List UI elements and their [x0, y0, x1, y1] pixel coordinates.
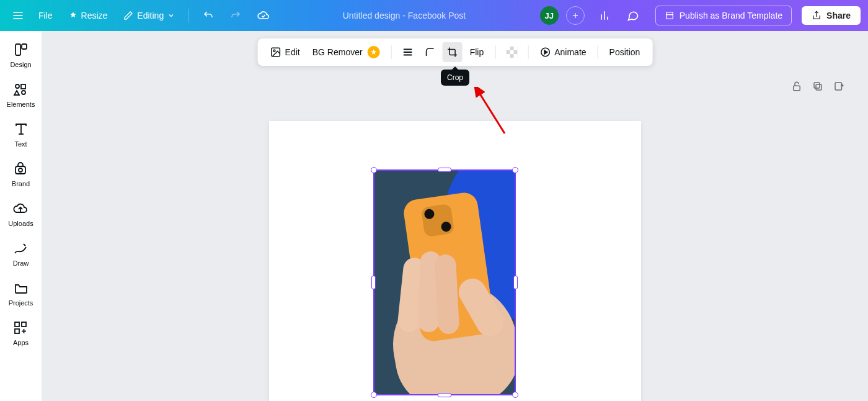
resize-handle-br[interactable]	[512, 392, 518, 398]
svg-rect-11	[16, 44, 20, 55]
resize-handle-tr[interactable]	[512, 167, 518, 173]
sidebar-item-brand[interactable]: Brand	[12, 161, 30, 187]
svg-rect-19	[16, 166, 25, 174]
line-style-button[interactable]	[398, 42, 418, 62]
user-avatar[interactable]: JJ	[540, 6, 559, 25]
sidebar-item-design[interactable]: Design	[10, 42, 31, 68]
template-icon	[665, 11, 675, 20]
svg-rect-24	[15, 329, 19, 333]
publish-label: Publish as Brand Template	[680, 11, 782, 20]
separator	[528, 45, 528, 59]
crop-button[interactable]	[443, 42, 463, 62]
projects-icon	[14, 281, 29, 295]
context-toolbar: Edit BG Remover Flip	[258, 38, 653, 66]
plus-icon	[571, 11, 580, 20]
image-edit-icon	[270, 47, 281, 58]
share-label: Share	[826, 11, 851, 20]
animate-button[interactable]: Animate	[534, 43, 591, 61]
resize-icon	[69, 11, 78, 20]
lock-icon	[791, 81, 802, 92]
corner-rounding-button[interactable]	[420, 42, 440, 62]
sidebar-item-apps[interactable]: Apps	[13, 320, 29, 346]
resize-handle-t[interactable]	[438, 168, 451, 172]
sidebar-label: Draw	[13, 259, 29, 267]
duplicate-page-button[interactable]	[811, 79, 825, 93]
svg-rect-37	[513, 54, 517, 58]
sidebar-label: Projects	[9, 299, 33, 307]
resize-menu[interactable]: Resize	[63, 7, 114, 24]
resize-handle-tl[interactable]	[371, 167, 377, 173]
edit-image-button[interactable]: Edit	[265, 43, 305, 61]
separator	[495, 45, 495, 59]
sidebar-item-draw[interactable]: Draw	[13, 241, 29, 267]
cloud-check-icon	[257, 9, 270, 22]
svg-point-28	[273, 50, 275, 52]
lock-button[interactable]	[790, 79, 804, 93]
resize-handle-b[interactable]	[438, 393, 451, 397]
file-menu[interactable]: File	[32, 7, 59, 24]
publish-button[interactable]: Publish as Brand Template	[655, 6, 792, 25]
sidebar-label: Uploads	[8, 220, 33, 227]
svg-rect-12	[22, 44, 27, 49]
svg-rect-34	[513, 47, 517, 50]
undo-button[interactable]	[197, 6, 220, 25]
divider	[188, 9, 189, 22]
edit-label: Edit	[285, 47, 300, 57]
chevron-down-icon	[167, 12, 175, 19]
editing-label: Editing	[137, 11, 164, 20]
separator	[598, 45, 598, 59]
insights-button[interactable]	[592, 6, 617, 25]
document-title[interactable]: Untitled design - Facebook Post	[343, 11, 466, 20]
svg-rect-35	[510, 50, 513, 54]
design-page[interactable]	[269, 121, 641, 401]
comment-icon	[627, 9, 639, 22]
position-label: Position	[609, 47, 640, 57]
svg-point-20	[19, 168, 22, 172]
svg-marker-39	[544, 50, 547, 54]
sidebar-item-projects[interactable]: Projects	[9, 281, 33, 307]
animate-icon	[539, 47, 551, 58]
share-icon	[812, 11, 822, 20]
draw-icon	[13, 241, 28, 256]
sidebar-label: Design	[10, 61, 31, 68]
sidebar-item-uploads[interactable]: Uploads	[8, 201, 33, 227]
lines-icon	[402, 47, 414, 58]
share-button[interactable]: Share	[802, 6, 861, 25]
resize-handle-r[interactable]	[513, 276, 518, 289]
text-icon	[14, 122, 29, 137]
flip-label: Flip	[470, 47, 484, 57]
undo-icon	[203, 10, 214, 21]
sidebar-item-text[interactable]: Text	[14, 122, 29, 148]
selected-image[interactable]	[373, 169, 516, 395]
image-content	[374, 171, 515, 394]
cloud-sync-button[interactable]	[251, 6, 276, 25]
canvas-wrapper	[269, 121, 641, 401]
top-bar: File Resize Editing Untitled design - Fa…	[0, 0, 868, 31]
svg-rect-41	[794, 86, 800, 91]
crop-icon	[447, 47, 458, 58]
redo-button[interactable]	[224, 6, 247, 25]
sidebar: Design Elements Text Brand Uploads Draw …	[0, 31, 42, 401]
transparency-button[interactable]	[502, 42, 521, 62]
sidebar-label: Apps	[13, 339, 29, 346]
add-member-button[interactable]	[566, 6, 585, 25]
flip-button[interactable]: Flip	[465, 43, 489, 61]
position-button[interactable]: Position	[604, 43, 645, 61]
sidebar-label: Brand	[12, 180, 30, 187]
transparency-icon	[506, 47, 517, 58]
editing-mode-menu[interactable]: Editing	[117, 7, 181, 24]
resize-handle-bl[interactable]	[371, 392, 377, 398]
svg-rect-36	[506, 54, 510, 58]
corner-icon	[425, 47, 436, 58]
resize-handle-l[interactable]	[371, 276, 376, 289]
sidebar-item-elements[interactable]: Elements	[7, 82, 35, 108]
comment-button[interactable]	[621, 6, 645, 25]
add-page-button[interactable]	[832, 79, 846, 93]
page-utilities	[790, 79, 846, 93]
redo-icon	[230, 10, 241, 21]
hamburger-menu-button[interactable]	[7, 5, 29, 26]
sidebar-label: Elements	[7, 101, 35, 108]
bg-remover-button[interactable]: BG Remover	[308, 42, 385, 62]
uploads-icon	[13, 201, 28, 216]
apps-icon	[13, 320, 28, 335]
